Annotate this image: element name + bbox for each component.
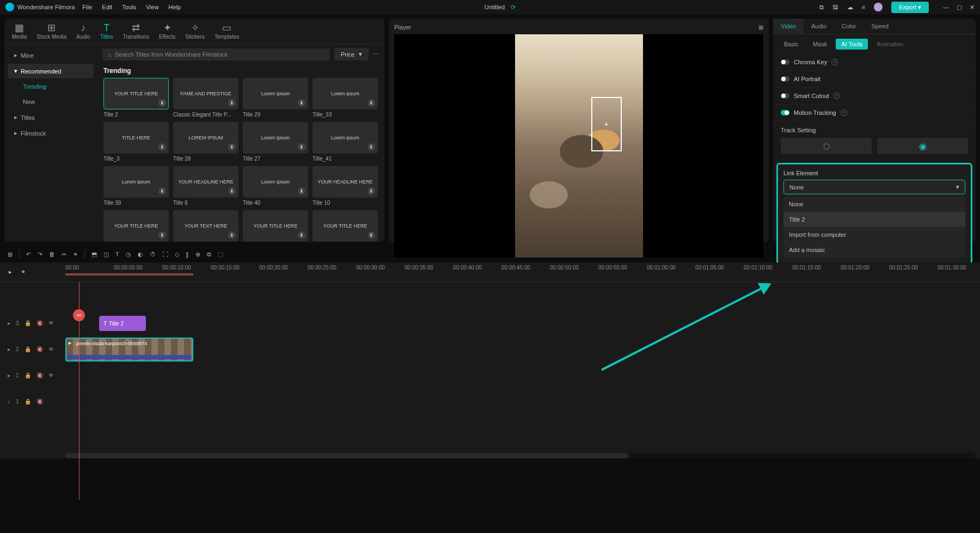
asset-item[interactable]: YOUR TITLE HERE⬇New Title 7 xyxy=(243,210,308,242)
tab-stickers[interactable]: ✧Stickers xyxy=(185,23,205,40)
menu-help[interactable]: Help xyxy=(169,4,181,10)
asset-item[interactable]: LOREM IPSUM⬇Title 28 xyxy=(173,122,238,162)
clip-video[interactable]: ▸pexels-vlada-karpovich-0569974 xyxy=(65,338,193,362)
dd-option-none[interactable]: None xyxy=(783,197,965,212)
speed-icon[interactable]: ◷ xyxy=(126,251,131,258)
tab-effects[interactable]: ✦Effects xyxy=(159,23,175,40)
eye-icon[interactable]: 👁 xyxy=(48,372,54,378)
asset-thumbnail[interactable]: YOUR TITLE HERE⬇ xyxy=(103,78,169,109)
row-portrait[interactable]: AI Portrait xyxy=(773,71,976,88)
group-icon[interactable]: ⧉ xyxy=(207,251,211,258)
menu-icon[interactable]: ≡ xyxy=(862,4,865,10)
dd-option-import[interactable]: Import from computer xyxy=(783,227,965,242)
help-icon[interactable]: ? xyxy=(834,93,840,99)
menu-view[interactable]: View xyxy=(146,4,159,10)
link-icon[interactable]: ⚭ xyxy=(73,251,78,258)
close-icon[interactable]: ✕ xyxy=(970,4,975,11)
download-icon[interactable]: ⬇ xyxy=(228,187,236,195)
motion-toggle[interactable] xyxy=(781,110,789,115)
download-icon[interactable]: ⬇ xyxy=(158,99,166,107)
asset-thumbnail[interactable]: YOUR HEADLINE HERE⬇ xyxy=(173,166,238,198)
clip-title[interactable]: TTitle 2 xyxy=(99,316,146,331)
horizontal-scrollbar[interactable] xyxy=(65,453,975,458)
mute-icon[interactable]: 🔇 xyxy=(36,372,43,378)
track1-body[interactable] xyxy=(65,363,980,388)
eye-icon[interactable]: 👁 xyxy=(48,320,54,326)
menu-tools[interactable]: Tools xyxy=(122,4,136,10)
minimize-icon[interactable]: — xyxy=(943,4,949,11)
asset-item[interactable]: Lorem ipsum⬇Title_41 xyxy=(313,122,378,162)
preview-viewport[interactable] xyxy=(394,34,763,258)
download-icon[interactable]: ⬇ xyxy=(228,99,236,107)
rtab-speed[interactable]: Speed xyxy=(863,19,896,34)
rtab-audio[interactable]: Audio xyxy=(804,19,834,34)
lock-icon[interactable]: 🔒 xyxy=(24,399,31,405)
smart-toggle[interactable] xyxy=(781,93,789,99)
tab-transitions[interactable]: ⇄Transitions xyxy=(122,23,149,40)
download-icon[interactable]: ⬇ xyxy=(298,99,305,107)
download-icon[interactable]: ⬇ xyxy=(228,143,236,151)
asset-thumbnail[interactable]: TITLE HERE⬇ xyxy=(103,122,169,154)
extra-icon[interactable]: ⬚ xyxy=(218,251,223,258)
sidebar-item-mine[interactable]: ▸Mine xyxy=(8,48,94,63)
ruler-link-icon[interactable]: ⚭ xyxy=(21,268,26,275)
undo-icon[interactable]: ↶ xyxy=(26,251,31,258)
download-icon[interactable]: ⬇ xyxy=(158,231,166,239)
effect-icon[interactable]: ◇ xyxy=(175,251,179,258)
download-icon[interactable]: ⬇ xyxy=(367,99,375,107)
align-icon[interactable]: ‖ xyxy=(186,251,189,258)
asset-thumbnail[interactable]: YOUR TEXT HERE⬇ xyxy=(173,210,238,242)
download-icon[interactable]: ⬇ xyxy=(298,187,305,195)
asset-thumbnail[interactable]: Lorem Ipsum⬇ xyxy=(243,78,308,109)
track3-body[interactable]: TTitle 2 xyxy=(65,310,980,336)
devices-icon[interactable]: ⧉ xyxy=(819,4,824,11)
portrait-toggle[interactable] xyxy=(781,76,789,82)
clock-icon[interactable]: ⏱ xyxy=(150,251,156,258)
chroma-toggle[interactable] xyxy=(781,59,789,65)
row-chroma[interactable]: Chroma Key ? xyxy=(773,54,976,71)
asset-thumbnail[interactable]: YOUR TITLE HERE⬇ xyxy=(103,210,169,242)
subtab-animation[interactable]: Animation xyxy=(871,39,909,50)
range-selection[interactable] xyxy=(65,273,193,275)
rtab-video[interactable]: Video xyxy=(773,19,804,34)
expand-icon[interactable]: ⛶ xyxy=(162,251,168,258)
player-settings-icon[interactable]: ⊞ xyxy=(758,24,763,31)
cloud-icon[interactable]: ☁ xyxy=(847,4,853,11)
asset-item[interactable]: YOUR HEADLINE HERE⬇Title 6 xyxy=(173,166,238,206)
track-setting-a[interactable]: ◯ xyxy=(781,138,872,154)
rtab-color[interactable]: Color xyxy=(834,19,863,34)
sidebar-item-recommended[interactable]: ▾Recommended xyxy=(8,64,94,78)
row-smart[interactable]: Smart Cutout ? xyxy=(773,88,976,105)
link-element-dropdown[interactable]: None ▾ xyxy=(783,180,965,194)
asset-item[interactable]: TITLE HERE⬇Title_3 xyxy=(103,122,169,162)
dd-option-title2[interactable]: Title 2 xyxy=(783,212,965,227)
motion-track-box[interactable] xyxy=(591,97,622,151)
download-icon[interactable]: ⬇ xyxy=(298,143,305,151)
asset-thumbnail[interactable]: Lorem ipsum⬇ xyxy=(313,122,378,154)
subtab-mask[interactable]: Mask xyxy=(807,39,832,50)
asset-thumbnail[interactable]: Lorem Ipsum⬇ xyxy=(243,166,308,198)
lock-icon[interactable]: 🔒 xyxy=(24,320,31,326)
asset-item[interactable]: YOUR TEXT HERE⬇New Title 2 xyxy=(173,210,238,242)
asset-item[interactable]: Lorem Ipsum⬇Title 40 xyxy=(243,166,308,206)
price-dropdown[interactable]: Price▾ xyxy=(334,48,369,60)
subtab-basic[interactable]: Basic xyxy=(779,39,804,50)
asset-thumbnail[interactable]: FAME AND PRESTIGE⬇ xyxy=(173,78,238,109)
mute-icon[interactable]: 🔇 xyxy=(36,346,43,352)
download-icon[interactable]: ⬇ xyxy=(298,231,305,239)
row-motion[interactable]: Motion Tracking ? xyxy=(773,105,976,121)
tab-stockmedia[interactable]: ⊞Stock Media xyxy=(36,23,66,40)
download-icon[interactable]: ⬇ xyxy=(367,143,375,151)
sidebar-item-titles[interactable]: ▸Titles xyxy=(8,110,94,125)
asset-thumbnail[interactable]: YOUR HEADLINE HERE⬇ xyxy=(313,166,378,198)
asset-item[interactable]: Lorem Ipsum⬇Title 27 xyxy=(243,122,308,162)
track2-icon[interactable]: ▸ xyxy=(8,346,10,352)
asset-thumbnail[interactable]: Lorem Ipsum⬇ xyxy=(243,122,308,154)
download-icon[interactable]: ⬇ xyxy=(158,187,166,195)
download-icon[interactable]: ⬇ xyxy=(367,187,375,195)
asset-item[interactable]: YOUR TITLE HERE⬇Title 14 xyxy=(103,210,169,242)
delete-icon[interactable]: 🗑 xyxy=(49,251,55,258)
help-icon[interactable]: ? xyxy=(841,109,847,116)
help-icon[interactable]: ? xyxy=(831,59,838,65)
sidebar-item-trending[interactable]: Trending xyxy=(8,79,94,94)
